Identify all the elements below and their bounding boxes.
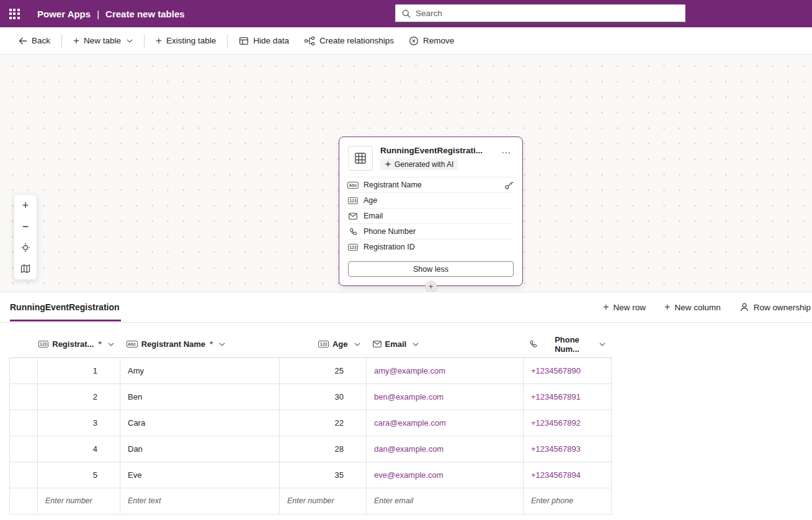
remove-circle-icon — [409, 36, 419, 46]
chevron-down-icon[interactable] — [354, 343, 360, 346]
chevron-down-icon[interactable] — [219, 343, 225, 346]
column-header-email[interactable]: Email — [367, 331, 524, 357]
chevron-down-icon[interactable] — [599, 343, 605, 346]
row-selector-header — [10, 331, 38, 357]
table-designer-canvas[interactable]: + − RunningEventRegistrati... — [0, 55, 812, 292]
existing-table-button[interactable]: + Existing table — [148, 31, 223, 51]
field-row-phone-number[interactable]: Phone Number — [348, 223, 514, 239]
map-icon — [20, 264, 30, 274]
toolbar-divider — [227, 35, 228, 47]
zoom-out-button[interactable]: − — [14, 216, 37, 237]
minimap-button[interactable] — [14, 258, 37, 279]
entity-card[interactable]: RunningEventRegistrati... Generated with… — [339, 137, 523, 286]
cell-registrant-name[interactable]: Amy — [120, 357, 280, 383]
new-row-button[interactable]: + New row — [603, 302, 646, 313]
row-selector[interactable] — [10, 357, 38, 383]
cell-registration-id[interactable]: 5 — [38, 462, 120, 488]
cell-phone[interactable]: +1234567894 — [524, 462, 612, 488]
input-registration-id[interactable]: Enter number — [38, 488, 120, 514]
input-email[interactable]: Enter email — [367, 488, 524, 514]
cell-registrant-name[interactable]: Cara — [120, 410, 280, 436]
cell-phone[interactable]: +1234567892 — [524, 410, 612, 436]
cell-email[interactable]: eve@example.com — [367, 462, 524, 488]
cell-age[interactable]: 30 — [280, 383, 367, 410]
table-row[interactable]: 1 Amy 25 amy@example.com +1234567890 — [10, 357, 612, 383]
row-ownership-button[interactable]: Row ownership — [739, 302, 811, 312]
chevron-down-icon[interactable] — [108, 343, 114, 346]
cell-email[interactable]: cara@example.com — [367, 410, 524, 436]
field-row-email[interactable]: Email — [348, 208, 514, 223]
search-input[interactable]: Search — [395, 4, 685, 23]
cell-email[interactable]: amy@example.com — [367, 357, 524, 383]
cell-registrant-name[interactable]: Ben — [120, 383, 280, 410]
email-icon — [373, 341, 381, 347]
cell-registration-id[interactable]: 1 — [38, 357, 120, 383]
cell-registration-id[interactable]: 2 — [38, 383, 120, 410]
panel-actions: + New row + New column Row ownership — [603, 302, 812, 313]
create-relationships-button[interactable]: Create relationships — [297, 31, 401, 51]
number-type-icon: 123 — [318, 341, 329, 347]
cell-email[interactable]: dan@example.com — [367, 436, 524, 462]
app-launcher-button[interactable] — [0, 0, 29, 27]
cell-registrant-name[interactable]: Eve — [120, 462, 280, 488]
fit-view-button[interactable] — [14, 237, 37, 258]
table-row[interactable]: 3 Cara 22 cara@example.com +1234567892 — [10, 410, 612, 436]
title-separator: | — [97, 9, 99, 19]
cell-phone[interactable]: +1234567893 — [524, 436, 612, 462]
plus-icon: + — [156, 35, 162, 46]
card-more-button[interactable]: ... — [499, 146, 514, 155]
column-header-registrant-name[interactable]: Abc Registrant Name* — [120, 331, 280, 357]
cell-age[interactable]: 25 — [280, 357, 367, 383]
new-table-button[interactable]: + New table — [66, 31, 140, 51]
column-header-registration-id[interactable]: 123 Registrat...* — [38, 331, 120, 357]
cell-registration-id[interactable]: 3 — [38, 410, 120, 436]
field-row-age[interactable]: 123 Age — [348, 192, 514, 208]
text-type-icon: Abc — [127, 341, 138, 347]
row-selector[interactable] — [10, 410, 38, 436]
show-less-button[interactable]: Show less — [348, 261, 514, 277]
cell-email[interactable]: ben@example.com — [367, 383, 524, 410]
input-age[interactable]: Enter number — [280, 488, 367, 514]
required-marker: * — [210, 339, 213, 349]
column-header-phone-number[interactable]: Phone Num... — [524, 331, 612, 357]
relationships-icon — [304, 36, 315, 46]
cell-phone[interactable]: +1234567891 — [524, 383, 612, 410]
table-row[interactable]: 4 Dan 28 dan@example.com +1234567893 — [10, 436, 612, 462]
text-type-icon: Abc — [348, 182, 358, 189]
column-header-age[interactable]: 123 Age — [280, 331, 367, 357]
field-row-registrant-name[interactable]: Abc Registrant Name — [348, 177, 514, 192]
zoom-in-button[interactable]: + — [14, 195, 37, 216]
row-selector[interactable] — [10, 383, 38, 410]
chevron-down-icon[interactable] — [413, 343, 419, 346]
row-selector[interactable] — [10, 488, 38, 514]
new-row-label: New row — [613, 303, 646, 312]
toolbar-divider — [144, 35, 145, 47]
cell-registrant-name[interactable]: Dan — [120, 436, 280, 462]
field-row-registration-id[interactable]: 123 Registration ID — [348, 239, 514, 254]
remove-button[interactable]: Remove — [401, 31, 462, 51]
table-icon — [348, 146, 373, 171]
row-selector[interactable] — [10, 436, 38, 462]
cell-age[interactable]: 28 — [280, 436, 367, 462]
zoom-controls: + − — [14, 194, 37, 280]
cell-age[interactable]: 22 — [280, 410, 367, 436]
entity-card-header: RunningEventRegistrati... Generated with… — [348, 146, 514, 171]
new-entry-row[interactable]: Enter number Enter text Enter number Ent… — [10, 488, 612, 514]
hide-data-button[interactable]: Hide data — [231, 31, 297, 51]
add-field-button[interactable]: + — [426, 280, 437, 292]
back-button[interactable]: Back — [11, 31, 58, 51]
table-row[interactable]: 5 Eve 35 eve@example.com +1234567894 — [10, 462, 612, 488]
tab-running-event-registration[interactable]: RunningEventRegistration — [10, 293, 121, 321]
table-row[interactable]: 2 Ben 30 ben@example.com +1234567891 — [10, 383, 612, 410]
row-selector[interactable] — [10, 462, 38, 488]
data-grid-container: 123 Registrat...* Abc Registrant Name* — [0, 323, 812, 514]
cell-phone[interactable]: +1234567890 — [524, 357, 612, 383]
cell-registration-id[interactable]: 4 — [38, 436, 120, 462]
field-label: Registration ID — [364, 243, 415, 251]
top-bar: Power Apps | Create new tables Search — [0, 0, 812, 27]
minus-icon: − — [22, 220, 29, 233]
new-column-button[interactable]: + New column — [664, 302, 721, 313]
input-phone[interactable]: Enter phone — [524, 488, 612, 514]
cell-age[interactable]: 35 — [280, 462, 367, 488]
input-registrant-name[interactable]: Enter text — [120, 488, 280, 514]
